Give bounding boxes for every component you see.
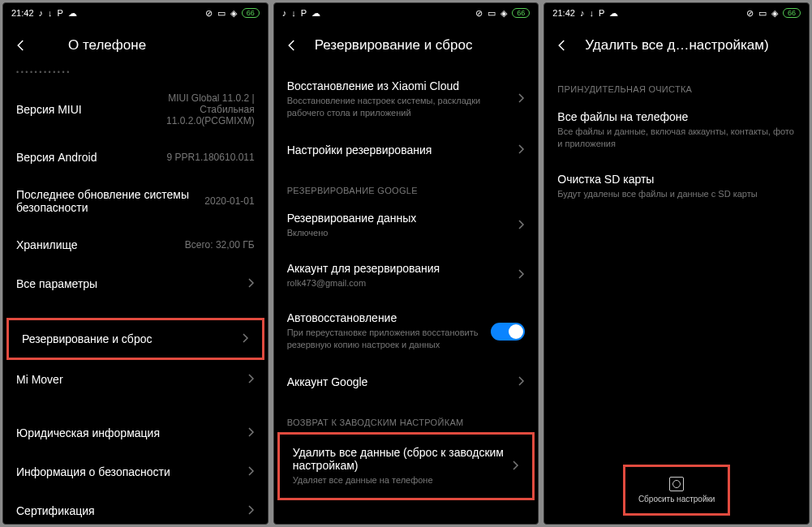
wifi-icon: ◈ (771, 9, 778, 18)
download-icon: ↓ (48, 9, 53, 18)
battery-indicator: 66 (512, 8, 530, 18)
row-security-patch[interactable]: Последнее обновление системы безопасност… (3, 177, 268, 225)
chevron-right-icon (518, 218, 525, 233)
settings-list: Восстановление из Xiaomi Cloud Восстанов… (274, 68, 539, 524)
row-miui-version[interactable]: Версия MIUI MIUI Global 11.0.2 | Стабиль… (3, 81, 268, 138)
download-icon: ↓ (589, 9, 594, 18)
page-header: О телефоне (3, 23, 268, 68)
section-header-factory: ВОЗВРАТ К ЗАВОДСКИМ НАСТРОЙКАМ (274, 401, 539, 432)
cloud-icon: ☁ (311, 9, 320, 18)
reset-button-label: Сбросить настройки (638, 495, 715, 503)
battery-indicator: 66 (783, 8, 801, 18)
chevron-left-icon (14, 38, 28, 53)
chevron-right-icon (248, 503, 255, 518)
page-header: Резервирование и сброс (274, 23, 539, 68)
sim-icon: ▭ (217, 9, 226, 18)
row-storage[interactable]: Хранилище Всего: 32,00 ГБ (3, 225, 268, 264)
mute-icon: ⊘ (205, 9, 213, 18)
letter-p-icon: P (301, 9, 307, 18)
status-bar: 21:42 ♪ ↓ P ☁ ⊘ ▭ ◈ 66 (3, 3, 268, 23)
letter-p-icon: P (599, 9, 604, 18)
settings-list: ПРИНУДИТЕЛЬНАЯ ОЧИСТКА Все файлы на теле… (544, 68, 809, 524)
row-security-info[interactable]: Информация о безопасности (3, 452, 268, 491)
chevron-left-icon (555, 38, 569, 53)
row-android-version[interactable]: Версия Android 9 PPR1.180610.011 (3, 138, 268, 177)
back-button[interactable] (281, 34, 303, 57)
auto-restore-toggle[interactable] (491, 323, 525, 341)
chevron-right-icon (243, 332, 249, 346)
section-header-force: ПРИНУДИТЕЛЬНАЯ ОЧИСТКА (544, 68, 809, 99)
cloud-icon: ☁ (609, 9, 618, 18)
page-title: Резервирование и сброс (315, 37, 526, 54)
mute-icon: ⊘ (746, 9, 754, 18)
mute-icon: ⊘ (475, 9, 483, 18)
chevron-right-icon (248, 276, 255, 291)
letter-p-icon: P (58, 9, 63, 18)
chevron-right-icon (513, 459, 519, 473)
row-data-backup[interactable]: Резервирование данных Включено (274, 200, 539, 251)
row-legal-info[interactable]: Юридическая информация (3, 413, 268, 452)
row-google-account[interactable]: Аккаунт Google (274, 362, 539, 401)
tiktok-icon: ♪ (39, 9, 44, 18)
phone-screen-2: ♪ ↓ P ☁ ⊘ ▭ ◈ 66 Резервирование и сброс … (273, 2, 539, 525)
status-time: 21:42 (11, 8, 34, 18)
reset-icon (669, 477, 684, 491)
chevron-right-icon (518, 375, 525, 389)
phone-screen-3: 21:42 ♪ ↓ P ☁ ⊘ ▭ ◈ 66 Удалить все д…нас… (543, 2, 810, 525)
overflow-indicator: • • • • • • • • • • • • (3, 68, 268, 81)
chevron-right-icon (248, 426, 255, 440)
sim-icon: ▭ (758, 9, 767, 18)
back-button[interactable] (551, 34, 574, 57)
tiktok-icon: ♪ (282, 9, 287, 18)
sim-icon: ▭ (488, 9, 496, 18)
chevron-right-icon (248, 465, 255, 479)
status-bar: 21:42 ♪ ↓ P ☁ ⊘ ▭ ◈ 66 (544, 3, 809, 23)
phone-screen-1: 21:42 ♪ ↓ P ☁ ⊘ ▭ ◈ 66 О телефоне • • • … (2, 2, 269, 525)
wifi-icon: ◈ (230, 9, 237, 18)
status-bar: ♪ ↓ P ☁ ⊘ ▭ ◈ 66 (274, 3, 539, 23)
battery-indicator: 66 (242, 8, 260, 18)
row-auto-restore[interactable]: Автовосстановление При переустановке при… (274, 300, 539, 362)
row-backup-account[interactable]: Аккаунт для резервирования rolk473@gmail… (274, 251, 539, 301)
row-erase-all-data[interactable]: Удалить все данные (сброс к заводским на… (277, 432, 535, 500)
settings-list: Версия MIUI MIUI Global 11.0.2 | Стабиль… (3, 81, 268, 524)
reset-settings-button[interactable]: Сбросить настройки (627, 469, 727, 512)
row-all-files-phone[interactable]: Все файлы на телефоне Все файлы и данные… (544, 99, 809, 161)
chevron-left-icon (285, 38, 299, 53)
row-backup-settings[interactable]: Настройки резервирования (274, 131, 539, 169)
status-time: 21:42 (552, 8, 575, 18)
row-backup-reset[interactable]: Резервирование и сброс (6, 318, 264, 360)
row-clear-sd-card[interactable]: Очистка SD карты Будут удалены все файлы… (544, 161, 809, 212)
page-title: Удалить все д…настройкам) (585, 37, 796, 54)
back-button[interactable] (10, 34, 32, 57)
row-certification[interactable]: Сертификация (3, 491, 268, 524)
chevron-right-icon (248, 372, 255, 387)
row-xiaomi-cloud-restore[interactable]: Восстановление из Xiaomi Cloud Восстанов… (274, 68, 539, 131)
page-header: Удалить все д…настройкам) (544, 23, 809, 68)
cloud-icon: ☁ (68, 9, 77, 18)
row-mi-mover[interactable]: Mi Mover (3, 360, 268, 399)
tiktok-icon: ♪ (580, 9, 585, 18)
page-title: О телефоне (44, 37, 255, 54)
download-icon: ↓ (291, 9, 296, 18)
chevron-right-icon (518, 143, 525, 157)
chevron-right-icon (518, 92, 525, 106)
row-all-params[interactable]: Все параметры (3, 264, 268, 303)
wifi-icon: ◈ (501, 9, 507, 18)
section-header-google: РЕЗЕРВИРОВАНИЕ GOOGLE (274, 169, 539, 200)
chevron-right-icon (518, 268, 525, 282)
